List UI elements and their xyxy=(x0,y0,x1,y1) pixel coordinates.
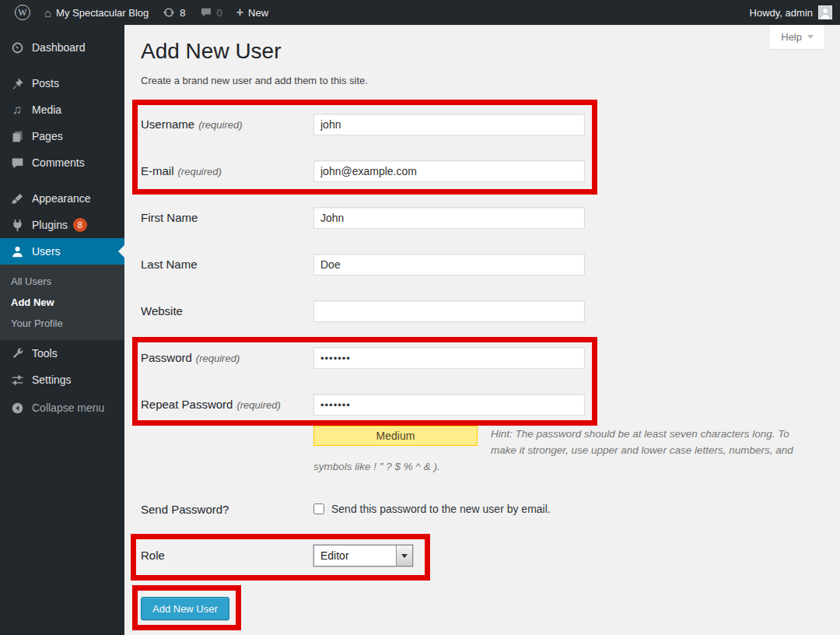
sidebar-item-label: Dashboard xyxy=(32,41,86,54)
submenu-item-add-new[interactable]: Add New xyxy=(0,292,124,313)
sidebar-item-users[interactable]: Users xyxy=(0,238,124,265)
sidebar-item-label: Posts xyxy=(32,77,59,89)
update-count: 8 xyxy=(180,7,185,19)
role-select[interactable]: Editor xyxy=(313,545,413,567)
sidebar-item-label: Settings xyxy=(32,374,72,386)
select-dropdown-button[interactable] xyxy=(396,546,412,566)
help-button[interactable]: Help xyxy=(770,25,824,49)
speech-bubble-icon xyxy=(9,155,25,170)
help-label: Help xyxy=(781,31,802,43)
website-input[interactable] xyxy=(313,300,585,322)
sidebar-item-label: Users xyxy=(32,245,61,258)
home-icon: ⌂ xyxy=(44,7,51,19)
required-hint: (required) xyxy=(178,166,222,177)
sidebar-item-label: Tools xyxy=(32,347,58,360)
paintbrush-icon xyxy=(9,191,25,206)
required-hint: (required) xyxy=(198,119,242,131)
role-label: Role xyxy=(141,545,313,563)
sidebar-item-appearance[interactable]: Appearance xyxy=(0,185,124,212)
sidebar-item-label: Pages xyxy=(32,130,63,142)
sidebar-item-label: Appearance xyxy=(32,192,91,205)
email-field[interactable] xyxy=(313,160,585,182)
new-content-menu[interactable]: + New xyxy=(229,0,275,25)
chevron-down-icon xyxy=(401,554,408,558)
send-password-label: Send Password? xyxy=(141,501,313,517)
dashboard-icon xyxy=(9,40,25,55)
menu-separator xyxy=(0,176,124,185)
last-name-row: Last Name xyxy=(141,254,824,275)
website-label: Website xyxy=(141,300,313,318)
sidebar-item-media[interactable]: ♫ Media xyxy=(0,96,124,123)
sidebar-item-dashboard[interactable]: Dashboard xyxy=(0,34,124,61)
repeat-password-row: Repeat Password(required) xyxy=(141,394,824,416)
sidebar-item-label: Plugins xyxy=(32,219,68,231)
user-icon xyxy=(9,244,25,259)
email-row: E-mail(required) xyxy=(141,160,824,182)
username-input[interactable] xyxy=(313,114,585,135)
sliders-icon xyxy=(9,372,25,388)
username-label: Username(required) xyxy=(141,114,313,132)
site-name-link[interactable]: ⌂ My Spectacular Blog xyxy=(37,0,156,25)
collapse-menu-label: Collapse menu xyxy=(32,402,104,414)
avatar[interactable] xyxy=(818,5,832,19)
add-user-form: Username(required) E-mail(required) Firs… xyxy=(141,114,824,620)
email-label: E-mail(required) xyxy=(141,160,313,179)
wordpress-admin-page: W ⌂ My Spectacular Blog 8 0 + New xyxy=(0,0,840,635)
submenu-item-all-users[interactable]: All Users xyxy=(0,271,124,292)
required-hint: (required) xyxy=(236,399,280,411)
password-row: Password(required) xyxy=(141,347,824,369)
main-content: Help Add New User Create a brand new use… xyxy=(124,25,840,635)
sidebar-item-settings[interactable]: Settings xyxy=(0,367,124,393)
sidebar-item-label: Media xyxy=(32,103,61,116)
send-password-checkbox[interactable] xyxy=(313,503,324,514)
repeat-password-input[interactable] xyxy=(313,394,585,416)
update-icon xyxy=(163,6,175,19)
username-row: Username(required) xyxy=(141,114,824,135)
updates-link[interactable]: 8 xyxy=(156,0,192,25)
password-input[interactable] xyxy=(313,347,585,369)
chevron-down-icon xyxy=(807,35,814,39)
collapse-arrow-icon xyxy=(9,400,25,416)
plus-icon: + xyxy=(236,6,243,19)
collapse-menu-button[interactable]: Collapse menu xyxy=(0,395,124,421)
repeat-password-label: Repeat Password(required) xyxy=(141,394,313,412)
first-name-input[interactable] xyxy=(313,207,585,229)
plug-icon xyxy=(9,217,25,233)
send-password-checkbox-label: Send this password to the new user by em… xyxy=(331,503,551,515)
password-strength-area: Medium Hint: The password should be at l… xyxy=(313,426,805,475)
add-new-user-button[interactable]: Add New User xyxy=(141,597,229,620)
submenu-item-your-profile[interactable]: Your Profile xyxy=(0,313,124,334)
sidebar-item-label: Comments xyxy=(32,156,85,169)
sidebar-item-tools[interactable]: Tools xyxy=(0,340,124,367)
comment-count: 0 xyxy=(217,7,222,19)
last-name-input[interactable] xyxy=(313,254,585,275)
wordpress-logo-icon: W xyxy=(15,5,30,20)
music-note-icon: ♫ xyxy=(9,102,25,118)
required-hint: (required) xyxy=(196,353,240,364)
howdy-admin[interactable]: Howdy, admin xyxy=(750,7,813,19)
admin-bar: W ⌂ My Spectacular Blog 8 0 + New xyxy=(0,0,840,25)
website-row: Website xyxy=(141,300,824,322)
page-intro: Create a brand new user and add them to … xyxy=(141,74,824,88)
comments-link[interactable]: 0 xyxy=(193,0,229,25)
password-strength-meter: Medium xyxy=(313,426,478,446)
wrench-icon xyxy=(9,346,25,361)
users-submenu: All Users Add New Your Profile xyxy=(0,265,124,340)
pages-icon xyxy=(9,128,25,144)
plugins-update-badge: 8 xyxy=(73,218,87,232)
password-label: Password(required) xyxy=(141,347,313,366)
sidebar-item-posts[interactable]: Posts xyxy=(0,70,124,96)
sidebar-item-plugins[interactable]: Plugins 8 xyxy=(0,212,124,238)
admin-menu: Dashboard Posts ♫ Media Pages Comments xyxy=(0,25,124,635)
pushpin-icon xyxy=(9,75,25,91)
role-row: Role Editor xyxy=(141,545,824,567)
sidebar-item-comments[interactable]: Comments xyxy=(0,149,124,176)
new-label: New xyxy=(248,7,268,19)
last-name-label: Last Name xyxy=(141,254,313,272)
first-name-row: First Name xyxy=(141,207,824,229)
sidebar-item-pages[interactable]: Pages xyxy=(0,123,124,149)
wp-logo-menu[interactable]: W xyxy=(8,0,37,25)
page-title: Add New User xyxy=(141,37,824,65)
site-name: My Spectacular Blog xyxy=(56,7,149,19)
send-password-row: Send Password? Send this password to the… xyxy=(141,501,824,518)
